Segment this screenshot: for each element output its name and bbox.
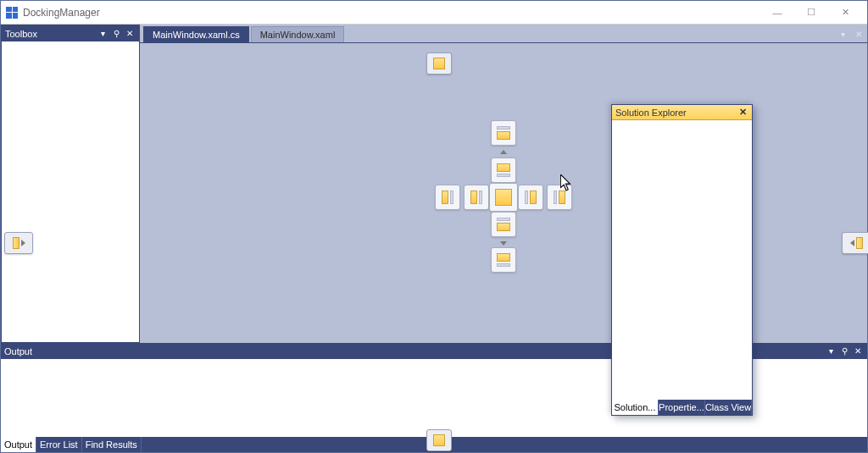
dock-glyph-icon bbox=[433, 58, 445, 69]
solution-tab-properties[interactable]: Propertie... bbox=[659, 400, 705, 415]
toolbox-title: Toolbox bbox=[5, 29, 95, 39]
dock-target-inner-left[interactable] bbox=[464, 185, 489, 210]
close-icon: ✕ bbox=[126, 29, 133, 38]
tab-label: Error List bbox=[40, 439, 78, 450]
doc-close-button[interactable]: ✕ bbox=[853, 29, 865, 41]
maximize-icon: ☐ bbox=[807, 7, 815, 18]
output-tab-output[interactable]: Output bbox=[1, 437, 36, 452]
dock-target-edge-bottom[interactable] bbox=[426, 429, 452, 451]
pin-icon: ⚲ bbox=[114, 29, 120, 38]
solution-tab-classview[interactable]: Class View bbox=[705, 400, 752, 415]
tab-label: MainWindow.xaml.cs bbox=[153, 30, 240, 40]
dock-target-outer-left[interactable] bbox=[435, 185, 460, 210]
tab-label: Output bbox=[4, 439, 32, 450]
dock-target-outer-right[interactable] bbox=[547, 185, 572, 210]
close-icon: ✕ bbox=[855, 30, 862, 39]
tab-label: Find Results bbox=[86, 439, 137, 450]
chevron-down-icon: ▾ bbox=[841, 30, 845, 39]
solution-explorer-title: Solution Explorer bbox=[615, 108, 737, 118]
output-close-button[interactable]: ✕ bbox=[852, 345, 864, 357]
solution-explorer-close-button[interactable]: ✕ bbox=[737, 107, 748, 118]
client-area: Toolbox ▾ ⚲ ✕ MainWindow.xaml.cs MainWin… bbox=[1, 25, 867, 452]
close-button[interactable]: ✕ bbox=[828, 4, 862, 21]
dock-glyph-icon bbox=[433, 434, 445, 446]
toolbox-header[interactable]: Toolbox ▾ ⚲ ✕ bbox=[2, 25, 139, 41]
chevron-right-icon bbox=[21, 240, 25, 246]
chevron-down-icon: ▾ bbox=[101, 29, 105, 38]
tab-label: Propertie... bbox=[659, 402, 704, 412]
close-icon: ✕ bbox=[854, 346, 861, 356]
toolbox-pin-button[interactable]: ⚲ bbox=[110, 28, 122, 40]
app-icon bbox=[6, 7, 18, 19]
dock-target-inner-top[interactable] bbox=[491, 157, 516, 183]
chevron-down-icon: ▾ bbox=[829, 346, 833, 356]
window-title: DockingManager bbox=[23, 7, 100, 19]
solution-tab-solution[interactable]: Solution... bbox=[612, 400, 659, 415]
tab-mainwindow-cs[interactable]: MainWindow.xaml.cs bbox=[143, 26, 249, 42]
minimize-icon: — bbox=[773, 8, 782, 18]
app-window: DockingManager — ☐ ✕ Toolbox ▾ ⚲ ✕ MainW… bbox=[0, 0, 868, 453]
solution-explorer-body bbox=[612, 120, 752, 400]
pin-icon: ⚲ bbox=[842, 346, 848, 356]
close-icon: ✕ bbox=[739, 107, 747, 117]
dock-target-edge-left[interactable] bbox=[4, 232, 33, 254]
dock-target-edge-right[interactable] bbox=[842, 232, 868, 254]
document-tabstrip: MainWindow.xaml.cs MainWindow.xaml ▾ ✕ bbox=[140, 25, 867, 42]
toolbox-close-button[interactable]: ✕ bbox=[124, 28, 136, 40]
tab-label: Class View bbox=[705, 402, 751, 412]
maximize-button[interactable]: ☐ bbox=[794, 4, 828, 21]
titlebar[interactable]: DockingManager — ☐ ✕ bbox=[1, 1, 867, 25]
tab-mainwindow-xaml[interactable]: MainWindow.xaml bbox=[251, 26, 345, 42]
output-pin-button[interactable]: ⚲ bbox=[838, 345, 850, 357]
tab-label: Solution... bbox=[615, 402, 656, 412]
dock-glyph-icon bbox=[856, 237, 863, 249]
minimize-button[interactable]: — bbox=[760, 4, 794, 21]
toolbox-panel: Toolbox ▾ ⚲ ✕ bbox=[1, 25, 140, 343]
toolbox-body bbox=[2, 41, 139, 342]
output-dropdown-button[interactable]: ▾ bbox=[825, 345, 837, 357]
output-tab-findresults[interactable]: Find Results bbox=[82, 437, 142, 452]
dock-target-outer-top[interactable] bbox=[491, 120, 516, 146]
dock-target-edge-top[interactable] bbox=[426, 52, 452, 75]
dock-target-outer-bottom[interactable] bbox=[491, 247, 516, 273]
close-icon: ✕ bbox=[842, 7, 849, 18]
chevron-left-icon bbox=[850, 240, 854, 246]
dock-target-inner-bottom[interactable] bbox=[491, 212, 516, 237]
dock-target-center[interactable] bbox=[489, 183, 518, 212]
dock-target-inner-right[interactable] bbox=[518, 185, 543, 210]
solution-explorer-window[interactable]: Solution Explorer ✕ Solution... Properti… bbox=[611, 104, 753, 416]
solution-explorer-tabstrip: Solution... Propertie... Class View bbox=[612, 400, 752, 415]
toolbox-dropdown-button[interactable]: ▾ bbox=[97, 28, 108, 40]
output-tab-errorlist[interactable]: Error List bbox=[36, 437, 82, 452]
tab-label: MainWindow.xaml bbox=[260, 30, 336, 40]
doc-dropdown-button[interactable]: ▾ bbox=[837, 29, 849, 41]
dock-glyph-icon bbox=[13, 237, 19, 249]
solution-explorer-header[interactable]: Solution Explorer ✕ bbox=[612, 105, 752, 120]
